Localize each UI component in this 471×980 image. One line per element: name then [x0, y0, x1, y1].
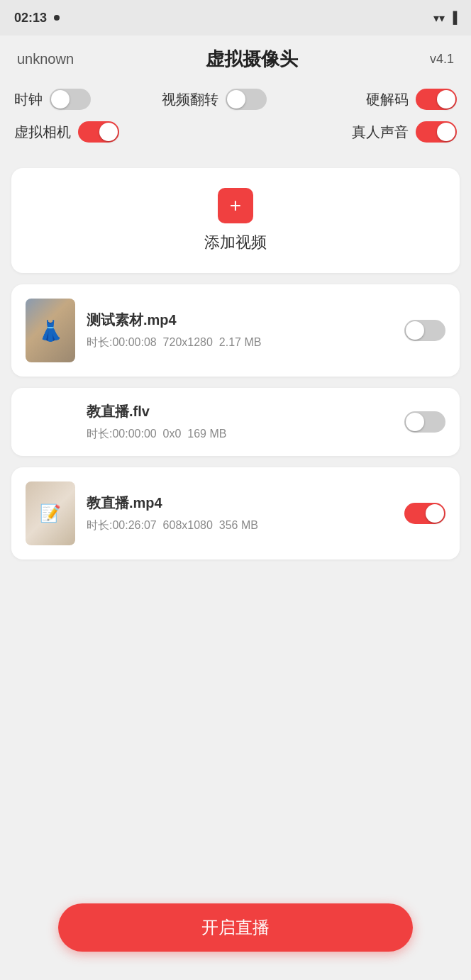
- video-thumbnail-1: [26, 299, 75, 362]
- add-video-button[interactable]: +: [218, 188, 253, 223]
- video-name-2: 教直播.flv: [87, 402, 393, 421]
- video-thumbnail-3: [26, 481, 75, 545]
- video-meta-1: 时长:00:00:08 720x1280 2.17 MB: [87, 335, 393, 350]
- toggle-video-3[interactable]: [404, 503, 445, 524]
- status-dot: [54, 15, 60, 21]
- add-video-label: 添加视频: [204, 232, 267, 253]
- app-header: unknown 虚拟摄像头 v4.1: [0, 35, 471, 83]
- video-card-2: 教直播.flv 时长:00:00:00 0x0 169 MB: [11, 388, 460, 456]
- label-yingjiejima: 硬解码: [366, 90, 409, 109]
- toggle-shizong[interactable]: [50, 89, 91, 110]
- toggle-video-1[interactable]: [404, 320, 445, 341]
- video-name-3: 教直播.mp4: [87, 494, 393, 513]
- video-info-2: 教直播.flv 时长:00:00:00 0x0 169 MB: [26, 402, 393, 442]
- toggle-shipinfanzhuang[interactable]: [226, 89, 267, 110]
- wifi-icon: ▾▾: [433, 11, 445, 25]
- video-meta-2: 时长:00:00:00 0x0 169 MB: [87, 427, 393, 442]
- start-live-button[interactable]: 开启直播: [58, 903, 413, 952]
- video-info-3: 教直播.mp4 时长:00:26:07 608x1080 356 MB: [87, 494, 393, 533]
- controls-section: 时钟 视频翻转 硬解码 虚拟相机 真人声音: [0, 83, 471, 160]
- toggle-xunixiangji[interactable]: [78, 121, 119, 143]
- status-bar: 02:13 ▾▾ ▐: [0, 0, 471, 35]
- control-shizong: 时钟: [14, 89, 162, 110]
- label-shizong: 时钟: [14, 90, 43, 109]
- plus-icon: +: [230, 196, 241, 216]
- video-meta-3: 时长:00:26:07 608x1080 356 MB: [87, 518, 393, 533]
- add-video-card: + 添加视频: [11, 168, 460, 273]
- status-time: 02:13: [14, 11, 47, 26]
- label-xunixiangji: 虚拟相机: [14, 123, 71, 142]
- video-name-1: 测试素材.mp4: [87, 311, 393, 330]
- control-yingjiejima: 硬解码: [309, 89, 457, 110]
- controls-row-1: 时钟 视频翻转 硬解码: [14, 89, 457, 110]
- video-info-1: 测试素材.mp4 时长:00:00:08 720x1280 2.17 MB: [87, 311, 393, 350]
- video-card-1: 测试素材.mp4 时长:00:00:08 720x1280 2.17 MB: [11, 284, 460, 377]
- version-label: v4.1: [430, 52, 454, 67]
- start-live-label: 开启直播: [201, 916, 270, 939]
- header-left-label: unknown: [17, 51, 74, 67]
- control-zhenrenshenyin: 真人声音: [309, 121, 457, 143]
- toggle-video-2[interactable]: [404, 411, 445, 433]
- battery-icon: ▐: [449, 11, 457, 24]
- main-content: + 添加视频 测试素材.mp4 时长:00:00:08 720x1280 2.1…: [0, 160, 471, 579]
- control-shipinfanzhuang: 视频翻转: [162, 89, 309, 110]
- label-zhenrenshenyin: 真人声音: [352, 123, 409, 142]
- app-title: 虚拟摄像头: [206, 47, 298, 72]
- toggle-zhenrenshenyin[interactable]: [416, 121, 457, 143]
- label-shipinfanzhuang: 视频翻转: [162, 90, 218, 109]
- toggle-yingjiejima[interactable]: [416, 89, 457, 110]
- video-card-3: 教直播.mp4 时长:00:26:07 608x1080 356 MB: [11, 467, 460, 559]
- status-icons: ▾▾ ▐: [433, 11, 457, 25]
- control-xunixiangji: 虚拟相机: [14, 121, 162, 143]
- controls-row-2: 虚拟相机 真人声音: [14, 121, 457, 143]
